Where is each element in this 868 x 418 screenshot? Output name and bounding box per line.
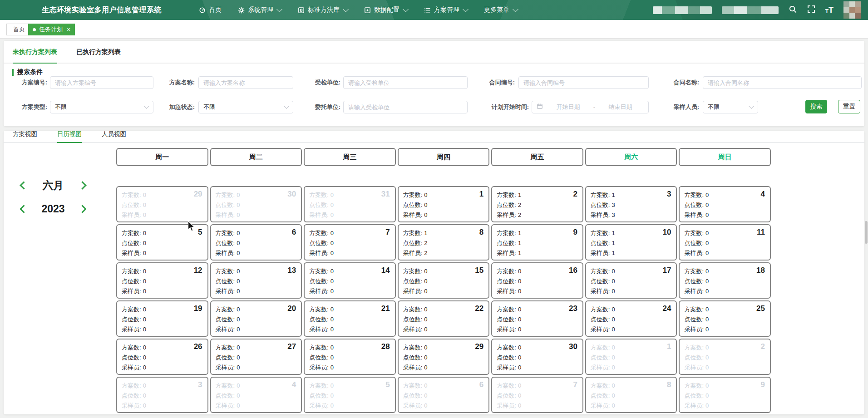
urgent-status-select[interactable]: 不限: [198, 101, 293, 113]
calendar-day-cell[interactable]: 4 方案数:0 点位数:0 采样员:0: [679, 186, 771, 222]
day-number: 18: [756, 266, 765, 275]
search-icon[interactable]: [789, 5, 797, 15]
menu-item-data-config[interactable]: 数据配置: [364, 6, 408, 14]
calendar-day-cell[interactable]: 1 方案数:0 点位数:0 采样员:0: [585, 339, 677, 375]
menu-item-more[interactable]: 更多菜单: [484, 6, 518, 14]
blurred-user-info: [722, 6, 779, 14]
day-number: 16: [569, 266, 577, 275]
day-number: 17: [663, 266, 671, 275]
menu-item-system[interactable]: 系统管理: [238, 6, 281, 14]
next-year-icon[interactable]: [78, 205, 86, 213]
menu-item-home[interactable]: 首页: [199, 6, 222, 14]
calendar-day-cell[interactable]: 5 方案数:0 点位数:0 采样员:0: [116, 224, 208, 261]
calendar-day-cell[interactable]: 12 方案数:0 点位数:0 采样员:0: [116, 262, 208, 299]
plans-count-line: 方案数:0: [122, 343, 203, 353]
calendar-day-cell[interactable]: 6 方案数:0 点位数:0 采样员:0: [210, 224, 302, 261]
calendar-day-cell[interactable]: 23 方案数:0 点位数:0 采样员:0: [491, 300, 583, 337]
calendar-day-cell[interactable]: 30 方案数:0 点位数:0 采样员:0: [491, 339, 583, 375]
tab-plan-view[interactable]: 方案视图: [13, 130, 37, 143]
plans-count-line: 方案数:0: [403, 190, 484, 200]
points-count-line: 点位数:0: [684, 391, 765, 401]
day-number: 25: [756, 304, 765, 313]
samplers-count-line: 采样员:0: [309, 325, 390, 334]
date-range-picker[interactable]: 开始日期 - 结束日期: [532, 101, 649, 113]
tab-pending-plans[interactable]: 未执行方案列表: [13, 48, 57, 64]
calendar-day-cell[interactable]: 29 方案数:0 点位数:0 采样员:0: [116, 186, 208, 222]
search-panel: 未执行方案列表 已执行方案列表 搜索条件 方案编号: 方案名称: 受检单位: 合…: [4, 41, 864, 126]
samplers-count-line: 采样员:2: [497, 210, 578, 220]
close-icon[interactable]: ×: [67, 26, 70, 33]
calendar-day-cell[interactable]: 15 方案数:0 点位数:0 采样员:0: [398, 262, 490, 299]
points-count-line: 点位数:0: [216, 276, 297, 286]
plan-type-select[interactable]: 不限: [50, 101, 153, 113]
tag-strip: 首页 任务计划 ×: [0, 20, 868, 39]
calendar-day-cell[interactable]: 29 方案数:0 点位数:0 采样员:0: [398, 339, 490, 375]
calendar-day-cell[interactable]: 24 方案数:0 点位数:0 采样员:0: [585, 300, 677, 337]
calendar-day-cell[interactable]: 19 方案数:0 点位数:0 采样员:0: [116, 300, 208, 337]
next-month-icon[interactable]: [78, 181, 86, 189]
plan-name-input[interactable]: [198, 76, 293, 89]
tag-task-plan[interactable]: 任务计划 ×: [28, 24, 75, 35]
sampler-select[interactable]: 不限: [703, 101, 758, 113]
tab-calendar-view[interactable]: 日历视图: [57, 130, 82, 143]
calendar-day-cell[interactable]: 14 方案数:0 点位数:0 采样员:0: [304, 262, 396, 299]
day-number: 8: [667, 380, 671, 389]
plans-count-line: 方案数:0: [684, 381, 765, 391]
calendar-day-cell[interactable]: 9 方案数:1 点位数:1 采样员:1: [491, 224, 583, 261]
calendar-day-cell[interactable]: 3 方案数:1 点位数:3 采样员:3: [585, 186, 677, 222]
day-number: 24: [663, 304, 671, 313]
calendar-day-cell[interactable]: 8 方案数:0 点位数:0 采样员:0: [585, 377, 677, 413]
points-count-line: 点位数:0: [497, 391, 578, 401]
calendar-day-cell[interactable]: 2 方案数:1 点位数:2 采样员:2: [491, 186, 583, 222]
calendar-day-cell[interactable]: 10 方案数:1 点位数:1 采样员:1: [585, 224, 677, 261]
end-date-placeholder[interactable]: 结束日期: [597, 103, 644, 111]
prev-year-icon[interactable]: [20, 205, 28, 213]
client-unit-input[interactable]: [343, 101, 468, 113]
calendar-day-cell[interactable]: 2 方案数:0 点位数:0 采样员:0: [679, 339, 771, 375]
calendar-day-cell[interactable]: 6 方案数:0 点位数:0 采样员:0: [398, 377, 490, 413]
calendar-day-cell[interactable]: 3 方案数:0 点位数:0 采样员:0: [116, 377, 208, 413]
calendar-day-cell[interactable]: 20 方案数:0 点位数:0 采样员:0: [210, 300, 302, 337]
inspected-unit-input[interactable]: [343, 76, 468, 89]
calendar-day-cell[interactable]: 31 方案数:0 点位数:0 采样员:0: [304, 186, 396, 222]
contract-name-input[interactable]: [703, 76, 862, 89]
calendar-day-cell[interactable]: 11 方案数:0 点位数:0 采样员:0: [679, 224, 771, 261]
calendar-day-cell[interactable]: 1 方案数:0 点位数:0 采样员:0: [398, 186, 490, 222]
calendar-day-cell[interactable]: 9 方案数:0 点位数:0 采样员:0: [679, 377, 771, 413]
calendar-day-cell[interactable]: 4 方案数:0 点位数:0 采样员:0: [210, 377, 302, 413]
start-date-placeholder[interactable]: 开始日期: [545, 103, 592, 111]
calendar-day-cell[interactable]: 7 方案数:0 点位数:0 采样员:0: [304, 224, 396, 261]
calendar-day-cell[interactable]: 8 方案数:1 点位数:2 采样员:2: [398, 224, 490, 261]
samplers-count-line: 采样员:0: [309, 248, 390, 258]
calendar-day-cell[interactable]: 5 方案数:0 点位数:0 采样员:0: [304, 377, 396, 413]
calendar-day-cell[interactable]: 27 方案数:0 点位数:0 采样员:0: [210, 339, 302, 375]
calendar-day-cell[interactable]: 7 方案数:0 点位数:0 采样员:0: [491, 377, 583, 413]
calendar-day-cell[interactable]: 26 方案数:0 点位数:0 采样员:0: [116, 339, 208, 375]
points-count-line: 点位数:0: [122, 353, 203, 363]
scrollbar-thumb[interactable]: [865, 221, 868, 244]
calendar-day-cell[interactable]: 30 方案数:0 点位数:0 采样员:0: [210, 186, 302, 222]
search-button[interactable]: 搜索: [805, 100, 827, 113]
tab-executed-plans[interactable]: 已执行方案列表: [76, 48, 121, 64]
prev-month-icon[interactable]: [20, 181, 28, 189]
font-size-icon[interactable]: TT: [825, 6, 833, 14]
calendar-day-cell[interactable]: 16 方案数:0 点位数:0 采样员:0: [491, 262, 583, 299]
reset-button[interactable]: 重置: [838, 100, 860, 113]
plans-count-line: 方案数:0: [122, 190, 203, 200]
menu-item-plan-management[interactable]: 方案管理: [424, 6, 468, 14]
calendar-day-cell[interactable]: 28 方案数:0 点位数:0 采样员:0: [304, 339, 396, 375]
calendar-day-cell[interactable]: 22 方案数:0 点位数:0 采样员:0: [398, 300, 490, 337]
menu-item-method-library[interactable]: 标准方法库: [298, 6, 348, 14]
plan-code-input[interactable]: [50, 76, 153, 89]
contract-code-input[interactable]: [518, 76, 649, 89]
calendar-day-cell[interactable]: 17 方案数:0 点位数:0 采样员:0: [585, 262, 677, 299]
tab-personnel-view[interactable]: 人员视图: [102, 130, 126, 143]
calendar-day-cell[interactable]: 18 方案数:0 点位数:0 采样员:0: [679, 262, 771, 299]
fullscreen-icon[interactable]: [807, 5, 815, 15]
calendar-day-cell[interactable]: 25 方案数:0 点位数:0 采样员:0: [679, 300, 771, 337]
calendar-day-cell[interactable]: 13 方案数:0 点位数:0 采样员:0: [210, 262, 302, 299]
samplers-count-line: 采样员:0: [403, 363, 484, 373]
calendar-day-cell[interactable]: 21 方案数:0 点位数:0 采样员:0: [304, 300, 396, 337]
plan-start-time-label: 计划开始时间:: [471, 101, 529, 113]
avatar[interactable]: [843, 1, 861, 19]
